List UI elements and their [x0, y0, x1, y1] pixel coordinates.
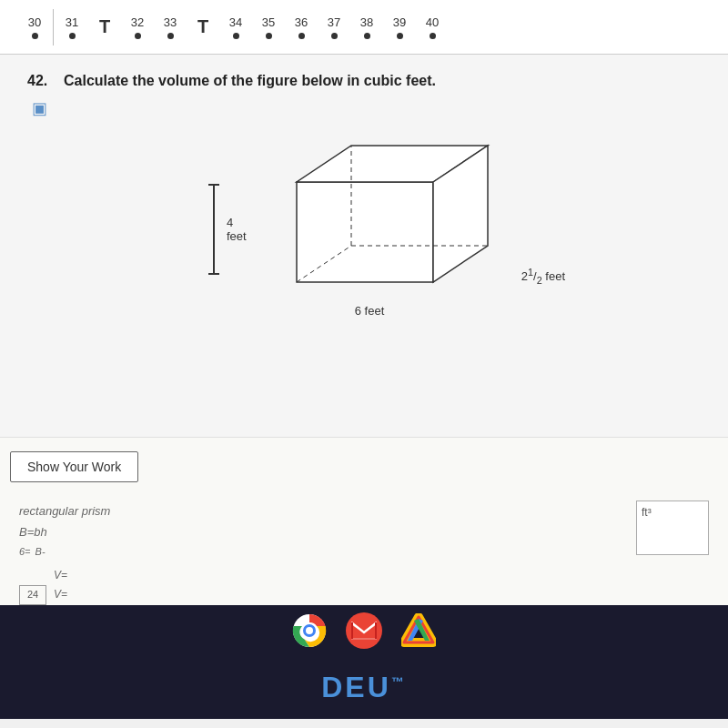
question-number: 42. — [27, 73, 55, 89]
answer-box[interactable]: ft³ — [636, 500, 709, 555]
length-label: 6 feet — [355, 304, 385, 318]
toolbar-item-34: 34 — [219, 15, 252, 39]
svg-rect-4 — [351, 622, 353, 639]
question-text: Calculate the volume of the figure below… — [64, 73, 436, 89]
show-work-button[interactable]: Show Your Work — [10, 451, 138, 482]
question-row: 42. Calculate the volume of the figure b… — [27, 73, 701, 89]
3d-box: 6 feet 21/2 feet — [224, 136, 515, 322]
handwrite-line3: 6= B- — [19, 543, 618, 561]
width-label: 21/2 feet — [521, 267, 565, 286]
toolbar-item-30: 30 — [18, 15, 51, 39]
svg-rect-5 — [375, 622, 377, 639]
toolbar-item-39: 39 — [383, 15, 416, 39]
calc-box: 24 — [19, 585, 46, 605]
figure-container: 4 feet 6 feet 21/2 feet — [27, 136, 701, 322]
height-top-tick — [208, 184, 219, 186]
dell-area: DEU™ — [0, 655, 728, 719]
toolbar: 30 31 T 32 33 T 34 35 36 — [0, 0, 728, 55]
toolbar-item-32: 32 — [121, 15, 154, 39]
height-bottom-tick — [208, 273, 219, 275]
chrome-icon[interactable] — [291, 612, 328, 649]
toolbar-item-31: 31 — [56, 15, 88, 39]
dell-logo: DEU™ — [321, 671, 407, 704]
toolbar-item-T1: T — [88, 16, 121, 37]
toolbar-item-35: 35 — [252, 15, 285, 39]
handwrite-line2: B=bh — [19, 521, 618, 542]
toolbar-item-36: 36 — [285, 15, 318, 39]
main-content: 42. Calculate the volume of the figure b… — [0, 55, 728, 437]
drive-icon[interactable] — [400, 612, 437, 649]
toolbar-item-37: 37 — [318, 15, 350, 39]
box-svg — [224, 136, 515, 318]
toolbar-item-38: 38 — [350, 15, 383, 39]
svg-point-3 — [306, 627, 313, 634]
toolbar-item-T2: T — [187, 16, 219, 37]
handwrite-line1: rectangular prism — [19, 500, 618, 521]
bookmark-icon[interactable]: ▣ — [32, 98, 701, 118]
height-indicator: 4 feet — [213, 184, 215, 275]
answer-box-text: ft³ — [642, 506, 652, 519]
toolbar-separator — [53, 9, 54, 46]
toolbar-item-33: 33 — [154, 15, 187, 39]
toolbar-item-40: 40 — [416, 15, 449, 39]
toolbar-numbers: 30 31 T 32 33 T 34 35 36 — [9, 9, 719, 46]
front-face — [297, 182, 433, 282]
gmail-icon[interactable] — [346, 612, 382, 649]
taskbar — [0, 605, 728, 655]
height-line — [213, 184, 215, 275]
